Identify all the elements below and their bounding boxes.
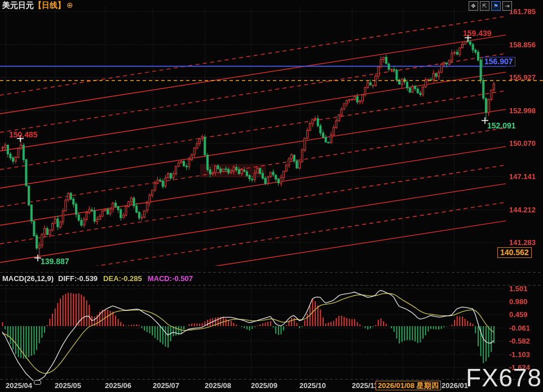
watermark: FX678 — [466, 366, 542, 390]
expand-icon[interactable]: ⊕ — [67, 1, 73, 10]
x-axis-month-label: 2026/01 — [442, 381, 468, 390]
macd-axis-label: 0.459 — [509, 310, 528, 319]
marked-low-label: 152.091 — [487, 121, 516, 130]
price-axis-label: 147.141 — [509, 172, 536, 180]
macd-axis-label: -0.061 — [509, 323, 530, 332]
price-axis-label: 150.070 — [509, 139, 536, 148]
auto-scale-icon[interactable]: ⚑ — [491, 1, 501, 11]
x-axis-month-label: 2025/08 — [205, 381, 231, 390]
macd-axis-label: 0.980 — [509, 297, 528, 305]
blue-level-label: 156.907 — [482, 57, 515, 66]
crosshair-date-box: 2026/01/08 星期四 — [376, 381, 441, 390]
marked-high-label: 150.485 — [9, 130, 38, 139]
macd-axis-label: 1.501 — [509, 284, 528, 292]
x-axis-month-label: 2025/10 — [299, 381, 326, 390]
price-axis-label: 158.856 — [509, 40, 536, 48]
x-axis-month-label: 2025/07 — [153, 381, 179, 390]
chart-title: 美元日元【日线】⊕ — [2, 1, 73, 10]
macd-macd-value: MACD:-0.507 — [148, 274, 193, 283]
chart-canvas[interactable] — [0, 0, 543, 392]
scroll-handle[interactable] — [34, 380, 41, 385]
orange-axis-price-box: 140.562 — [497, 247, 532, 258]
price-axis-label: 141.283 — [509, 238, 536, 247]
x-axis-month-label: 2025/09 — [251, 381, 277, 390]
price-axis-label: 155.927 — [509, 73, 536, 82]
price-axis-label: 161.785 — [509, 7, 536, 16]
shift-right-icon[interactable]: ⇥ — [502, 1, 512, 11]
price-axis-label: 152.998 — [509, 106, 536, 114]
axis-scale-icon[interactable]: ⇱ — [480, 1, 489, 11]
macd-axis-label: -0.582 — [509, 337, 530, 345]
price-axis-label: 144.212 — [509, 205, 536, 213]
macd-params-label: MACD(26,12,9) — [2, 274, 54, 283]
x-axis-month-label: 2025/06 — [105, 381, 131, 390]
macd-header: MACD(26,12,9)DIFF:-0.539DEA:-0.285MACD:-… — [2, 274, 193, 283]
x-axis-month-label: 2025/04 — [6, 381, 32, 390]
marked-high-label: 159.439 — [463, 29, 492, 38]
x-axis-month-label: 2025/11 — [352, 381, 378, 390]
marked-low-label: 139.887 — [41, 257, 69, 266]
chart-window: 美元日元【日线】⊕ ✥⇱⚑⇥ 161.785158.856155.927152.… — [0, 0, 543, 392]
symbol-name: 美元日元 — [2, 1, 34, 10]
pan-icon[interactable]: ✥ — [469, 1, 478, 11]
timeframe-label: 【日线】 — [34, 1, 65, 10]
macd-diff-value: DIFF:-0.539 — [58, 274, 98, 283]
macd-axis-label: -1.103 — [509, 350, 530, 358]
chart-toolbar: ✥⇱⚑⇥ — [469, 1, 512, 11]
x-axis-month-label: 2025/05 — [55, 381, 81, 390]
macd-dea-value: DEA:-0.285 — [103, 274, 142, 283]
